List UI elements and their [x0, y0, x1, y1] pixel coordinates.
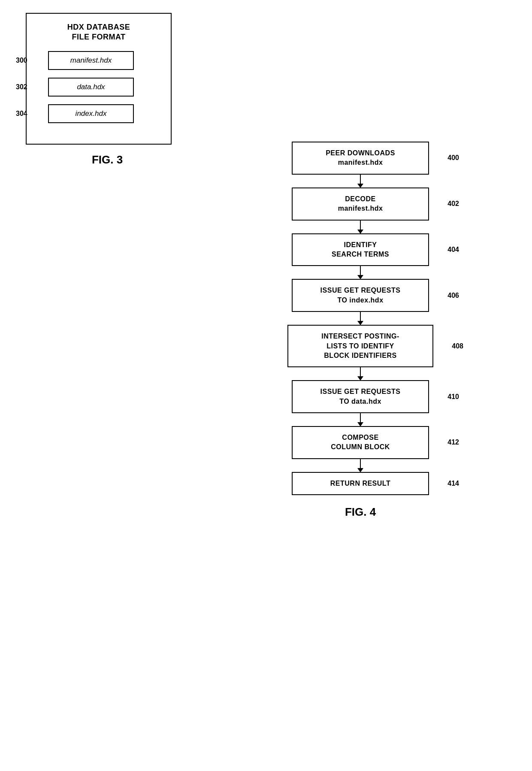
flow-box-414: RETURN RESULT [292, 472, 429, 495]
flow-label-400: 400 [447, 154, 459, 162]
fig3-file-row-1: 300 manifest.hdx [39, 51, 158, 70]
flow-box-400: PEER DOWNLOADSmanifest.hdx [292, 142, 429, 175]
step-402-wrapper: DECODEmanifest.hdx 402 [215, 187, 506, 233]
fig3-file-row-3: 304 index.hdx [39, 104, 158, 123]
fig4-section: PEER DOWNLOADSmanifest.hdx 400 DECODEman… [215, 142, 506, 519]
flow-box-412: COMPOSECOLUMN BLOCK [292, 426, 429, 459]
flow-label-414: 414 [447, 480, 459, 487]
flow-box-408: INTERSECT POSTING-LISTS TO IDENTIFYBLOCK… [287, 325, 433, 367]
flow-step-410: ISSUE GET REQUESTSTO data.hdx 410 [292, 380, 429, 413]
fig3-file-box-index: index.hdx [48, 104, 134, 123]
flow-label-402: 402 [447, 200, 459, 208]
flow-step-408: INTERSECT POSTING-LISTS TO IDENTIFYBLOCK… [287, 325, 433, 367]
flow-step-400: PEER DOWNLOADSmanifest.hdx 400 [292, 142, 429, 175]
flow-box-410: ISSUE GET REQUESTSTO data.hdx [292, 380, 429, 413]
flow-arrow-0 [360, 175, 361, 187]
step-406-wrapper: ISSUE GET REQUESTSTO index.hdx 406 [215, 279, 506, 325]
fig3-caption: FIG. 3 [26, 153, 189, 166]
fig3-file-box-data: data.hdx [48, 78, 134, 97]
fig3-outer-box: HDX DATABASEFILE FORMAT 300 manifest.hdx… [26, 13, 172, 145]
fig3-file-row-2: 302 data.hdx [39, 78, 158, 97]
flow-arrow-4 [360, 367, 361, 380]
flow-arrow-5 [360, 413, 361, 426]
flow-arrow-3 [360, 312, 361, 325]
flow-step-404: IDENTIFYSEARCH TERMS 404 [292, 233, 429, 266]
flow-label-410: 410 [447, 393, 459, 401]
page-container: HDX DATABASEFILE FORMAT 300 manifest.hdx… [0, 0, 532, 771]
step-408-wrapper: INTERSECT POSTING-LISTS TO IDENTIFYBLOCK… [215, 325, 506, 380]
flow-box-402: DECODEmanifest.hdx [292, 187, 429, 221]
flow-box-404: IDENTIFYSEARCH TERMS [292, 233, 429, 266]
step-412-wrapper: COMPOSECOLUMN BLOCK 412 [215, 426, 506, 472]
flow-box-406: ISSUE GET REQUESTSTO index.hdx [292, 279, 429, 312]
flow-step-414: RETURN RESULT 414 [292, 472, 429, 495]
flowchart: PEER DOWNLOADSmanifest.hdx 400 DECODEman… [215, 142, 506, 519]
flow-label-408: 408 [452, 342, 463, 350]
fig4-caption: FIG. 4 [345, 505, 376, 519]
fig3-label-304: 304 [16, 110, 27, 118]
flow-label-406: 406 [447, 292, 459, 299]
flow-label-412: 412 [447, 438, 459, 446]
step-400-wrapper: PEER DOWNLOADSmanifest.hdx 400 [215, 142, 506, 187]
flow-arrow-2 [360, 266, 361, 279]
fig3-title: HDX DATABASEFILE FORMAT [39, 22, 158, 42]
step-410-wrapper: ISSUE GET REQUESTSTO data.hdx 410 [215, 380, 506, 426]
flow-step-402: DECODEmanifest.hdx 402 [292, 187, 429, 221]
flow-step-406: ISSUE GET REQUESTSTO index.hdx 406 [292, 279, 429, 312]
fig3-label-300: 300 [16, 57, 27, 64]
flow-arrow-1 [360, 221, 361, 233]
step-414-wrapper: RETURN RESULT 414 [215, 472, 506, 495]
fig3-section: HDX DATABASEFILE FORMAT 300 manifest.hdx… [26, 13, 189, 166]
flow-step-412: COMPOSECOLUMN BLOCK 412 [292, 426, 429, 459]
step-404-wrapper: IDENTIFYSEARCH TERMS 404 [215, 233, 506, 279]
flow-label-404: 404 [447, 246, 459, 254]
flow-arrow-6 [360, 459, 361, 472]
fig3-label-302: 302 [16, 83, 27, 91]
fig3-file-box-manifest: manifest.hdx [48, 51, 134, 70]
